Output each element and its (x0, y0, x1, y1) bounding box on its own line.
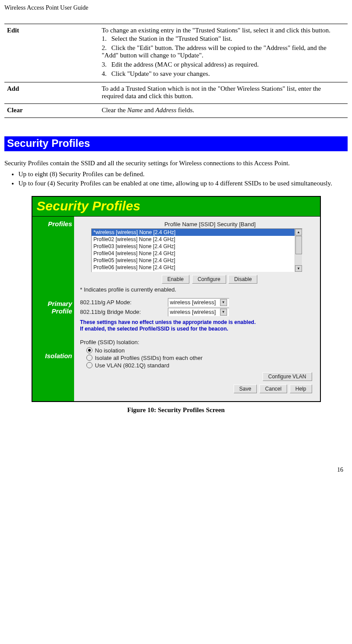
radio-label: Isolate all Profiles (SSIDs) from each o… (95, 355, 203, 361)
figure-caption: Figure 10: Security Profiles Screen (4, 406, 348, 414)
radio-icon (86, 355, 92, 361)
radio-icon (86, 347, 92, 353)
disable-button[interactable]: Disable (228, 275, 257, 284)
radio-no-isolation[interactable]: No isolation (86, 347, 314, 354)
ap-mode-label: 802.11b/g AP Mode: (80, 299, 168, 306)
list-item[interactable]: Profile03 [wireless] None [2.4 GHz] (92, 243, 302, 250)
page-header: Wireless Access Point User Guide (0, 0, 352, 13)
chevron-down-icon: ▼ (220, 309, 227, 316)
list-item: 1.Select the Station in the "Trusted Sta… (102, 34, 343, 43)
list-columns-header: Profile Name [SSID] Security [Band] (107, 221, 314, 228)
radio-label: No isolation (95, 347, 125, 354)
table-row: Clear Clear the Name and Address fields. (4, 104, 348, 118)
select-value: wireless [wireless] (170, 309, 216, 315)
bridge-mode-label: 802.11b/g Bridge Mode: (80, 309, 168, 315)
security-profiles-screenshot: Security Profiles Profiles Primary Profi… (32, 196, 321, 402)
isolation-heading: Profile (SSID) Isolation: (80, 339, 314, 345)
table-desc-add: To add a Trusted Station which is not in… (99, 82, 348, 104)
sidebar: Profiles Primary Profile Isolation (32, 217, 74, 401)
main-panel: Profile Name [SSID] Security [Band] *wir… (74, 217, 320, 401)
radio-label: Use VLAN (802.1Q) standard (95, 362, 170, 369)
radio-use-vlan[interactable]: Use VLAN (802.1Q) standard (86, 362, 314, 369)
list-item: Up to eight (8) Security Profiles can be… (18, 170, 348, 179)
list-item[interactable]: Profile02 [wireless] None [2.4 GHz] (92, 236, 302, 243)
list-item[interactable]: Profile04 [wireless] None [2.4 GHz] (92, 250, 302, 257)
scrollbar[interactable]: ▲ ▼ (295, 229, 302, 272)
list-item: 4.Click "Update" to save your changes. (102, 69, 343, 78)
ap-mode-row: 802.11b/g AP Mode: wireless [wireless] ▼ (80, 298, 314, 307)
list-item: 3.Edit the address (MAC or physical addr… (102, 60, 343, 69)
sidebar-label-primary: Primary (34, 300, 72, 307)
table-desc-edit: To change an existing entry in the "Trus… (99, 24, 348, 82)
page-number: 16 (0, 414, 352, 481)
list-item[interactable]: *wireless [wireless] None [2.4 GHz] (92, 229, 302, 236)
clear-text: fields. (176, 107, 194, 114)
clear-name-field: Name (127, 107, 142, 114)
table-row: Add To add a Trusted Station which is no… (4, 82, 348, 104)
step-text: Select the Station in the "Trusted Stati… (111, 35, 232, 42)
table-key-add: Add (4, 82, 99, 104)
edit-intro: To change an existing entry in the "Trus… (102, 27, 343, 34)
sidebar-label-profile: Profile (34, 307, 72, 315)
step-text: Click "Update" to save your changes. (111, 70, 210, 77)
select-value: wireless [wireless] (170, 299, 216, 306)
enabled-note: * Indicates profile is currently enabled… (80, 286, 314, 293)
button-reference-table: Edit To change an existing entry in the … (4, 24, 348, 118)
section-title: Security Profiles (4, 136, 348, 151)
list-item: Up to four (4) Security Profiles can be … (18, 179, 348, 188)
table-key-edit: Edit (4, 24, 99, 82)
radio-icon (86, 362, 92, 368)
help-button[interactable]: Help (290, 384, 312, 393)
sidebar-label-profiles: Profiles (34, 220, 72, 228)
bridge-mode-select[interactable]: wireless [wireless] ▼ (168, 308, 229, 317)
clear-text: and (142, 107, 155, 114)
step-text: Edit the address (MAC or physical addres… (111, 61, 259, 68)
table-row: Edit To change an existing entry in the … (4, 24, 348, 82)
radio-isolate-all[interactable]: Isolate all Profiles (SSIDs) from each o… (86, 355, 314, 361)
warning-text: These settings have no effect unless the… (80, 319, 314, 333)
list-item[interactable]: Profile06 [wireless] None [2.4 GHz] (92, 264, 302, 271)
step-text: Click the "Edit" button. The address wil… (102, 44, 327, 59)
enable-button[interactable]: Enable (162, 275, 189, 284)
save-button[interactable]: Save (234, 384, 257, 393)
profiles-listbox[interactable]: *wireless [wireless] None [2.4 GHz] Prof… (91, 228, 302, 272)
configure-vlan-button[interactable]: Configure VLAN (263, 372, 312, 381)
list-item: 2.Click the "Edit" button. The address w… (102, 43, 343, 60)
intro-bullets: Up to eight (8) Security Profiles can be… (4, 170, 348, 188)
panel-title: Security Profiles (32, 197, 320, 217)
table-desc-clear: Clear the Name and Address fields. (99, 104, 348, 118)
section-intro: Security Profiles contain the SSID and a… (4, 159, 348, 168)
bridge-mode-row: 802.11b/g Bridge Mode: wireless [wireles… (80, 308, 314, 317)
cancel-button[interactable]: Cancel (260, 384, 287, 393)
configure-button[interactable]: Configure (192, 275, 226, 284)
scroll-up-icon[interactable]: ▲ (295, 229, 302, 235)
list-item[interactable]: Profile05 [wireless] None [2.4 GHz] (92, 257, 302, 264)
clear-text: Clear the (102, 107, 127, 114)
sidebar-label-isolation: Isolation (34, 352, 72, 359)
ap-mode-select[interactable]: wireless [wireless] ▼ (168, 298, 229, 307)
scroll-thumb[interactable] (295, 236, 302, 254)
table-key-clear: Clear (4, 104, 99, 118)
edit-steps: 1.Select the Station in the "Trusted Sta… (102, 34, 343, 78)
scroll-down-icon[interactable]: ▼ (295, 265, 302, 272)
clear-address-field: Address (155, 107, 176, 114)
chevron-down-icon: ▼ (220, 299, 227, 306)
